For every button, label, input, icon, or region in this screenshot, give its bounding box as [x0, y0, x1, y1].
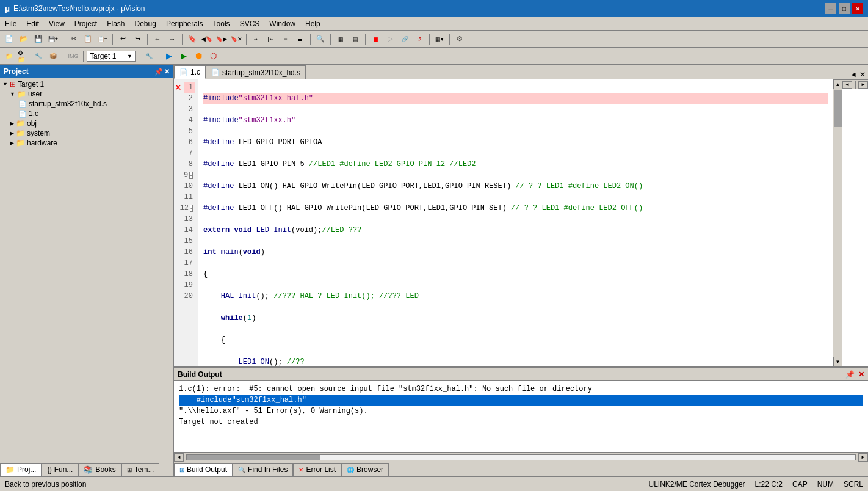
find-button[interactable]: 🔍: [314, 32, 327, 46]
tab-startup[interactable]: 📄 startup_stm32f10x_hd.s: [206, 65, 306, 79]
menu-file[interactable]: File: [0, 18, 21, 29]
format2-button[interactable]: ≣: [294, 32, 307, 46]
clear-bookmark-button[interactable]: 🔖✕: [230, 32, 243, 46]
menu-help[interactable]: Help: [300, 18, 325, 29]
build-hscrollbar[interactable]: ◄ ►: [174, 452, 868, 462]
new-file-button[interactable]: 📄: [2, 32, 16, 46]
menu-flash[interactable]: Flash: [102, 18, 129, 29]
minimize-button[interactable]: ─: [825, 3, 836, 14]
build-hscroll-thumb[interactable]: [187, 455, 320, 460]
project-btn[interactable]: 📁: [2, 49, 16, 63]
fold-12[interactable]: -: [190, 205, 193, 212]
tree-item-obj[interactable]: ▶ 📁 obj: [1, 118, 172, 128]
undo-button[interactable]: ↩: [116, 32, 129, 46]
nav-fwd-button[interactable]: →: [165, 32, 179, 46]
hscroll-track[interactable]: [855, 81, 856, 89]
scroll-down-arrow[interactable]: ▼: [833, 357, 843, 366]
code-hscrollbar[interactable]: ◄ ►: [842, 79, 868, 89]
tab-left-button[interactable]: ◄: [850, 70, 857, 79]
menu-peripherals[interactable]: Peripherals: [161, 18, 208, 29]
save-all-button[interactable]: 💾+: [46, 32, 60, 46]
folder-icon: 📁: [16, 119, 25, 128]
target-dropdown[interactable]: Target 1 ▼: [87, 51, 136, 62]
debug-run-button[interactable]: ▷: [383, 32, 397, 46]
debug-start-btn[interactable]: ▶: [162, 49, 176, 63]
settings-button[interactable]: ⚙: [453, 32, 466, 46]
bottom-tab-build[interactable]: ⊞ Build Output: [174, 463, 233, 476]
close-button[interactable]: ✕: [852, 3, 863, 14]
sidebar-tab-functions[interactable]: {} Fun...: [42, 463, 78, 476]
redo-button[interactable]: ↪: [131, 32, 144, 46]
bottom-tab-find[interactable]: 🔍 Find In Files: [233, 463, 293, 476]
open-file-button[interactable]: 📂: [17, 32, 31, 46]
cut-button[interactable]: ✂: [67, 32, 80, 46]
tab-1c[interactable]: 📄 1.c: [174, 65, 206, 79]
build-scroll-right[interactable]: ►: [858, 453, 868, 462]
paste-button[interactable]: 📋+: [96, 32, 109, 46]
sidebar-tab-books[interactable]: 📚 Books: [78, 463, 121, 476]
target-opts-btn[interactable]: ⚙📁: [17, 49, 31, 63]
tree-item-user[interactable]: ▼ 📁 user: [1, 89, 172, 99]
menu-tools[interactable]: Tools: [208, 18, 235, 29]
maximize-button[interactable]: □: [839, 3, 850, 14]
code-content[interactable]: #include"stm32f1xx_hal.h" #include"stm32…: [198, 79, 833, 366]
scroll-right-arrow[interactable]: ►: [858, 81, 868, 89]
bottom-tab-errors[interactable]: ✕ Error List: [293, 463, 341, 476]
copy-button[interactable]: 📋: [81, 32, 95, 46]
tab-right-button[interactable]: ✕: [859, 70, 866, 79]
tree-item-hardware[interactable]: ▶ 📁 hardware: [1, 138, 172, 148]
outdent-button[interactable]: |←: [264, 32, 278, 46]
debug-erase-btn[interactable]: ⬡: [206, 49, 220, 63]
component-btn[interactable]: 🔧: [32, 49, 45, 63]
debug-link-button[interactable]: 🔗: [398, 32, 411, 46]
tree-item-startup[interactable]: 📄 startup_stm32f10x_hd.s: [1, 99, 172, 109]
save-button[interactable]: 💾: [32, 32, 45, 46]
tree-item-1c[interactable]: 📄 1.c: [1, 109, 172, 118]
menu-project[interactable]: Project: [70, 18, 102, 29]
scroll-thumb[interactable]: [834, 90, 842, 127]
bookmark-next-button[interactable]: 🔖▶: [215, 32, 228, 46]
bottom-tabs-bar: ⊞ Build Output 🔍 Find In Files ✕ Error L…: [174, 462, 868, 476]
debug-reset-button[interactable]: ↺: [413, 32, 426, 46]
menu-view[interactable]: View: [44, 18, 70, 29]
code-vscrollbar[interactable]: ▲ ▼: [833, 79, 842, 366]
build-panel-pin[interactable]: 📌: [845, 370, 855, 379]
view2-button[interactable]: ▤: [349, 32, 362, 46]
build-output-content[interactable]: 1.c(1): error: #5: cannot open source in…: [174, 381, 868, 452]
build-line-2[interactable]: #include"stm32f1xx_hal.h": [179, 395, 863, 406]
pack-btn[interactable]: 📦: [46, 49, 60, 63]
format1-button[interactable]: ≡: [279, 32, 292, 46]
debug-flash-btn[interactable]: ⬢: [192, 49, 205, 63]
nav-back-button[interactable]: ←: [151, 32, 164, 46]
sidebar-close-button[interactable]: ✕: [164, 68, 170, 76]
tree-item-system[interactable]: ▶ 📁 system: [1, 128, 172, 138]
sidebar-pin-button[interactable]: 📌: [154, 68, 163, 76]
build-hscroll-track[interactable]: [186, 454, 856, 460]
build-scroll-left[interactable]: ◄: [174, 453, 184, 462]
build-manage-btn[interactable]: 🔧: [142, 49, 156, 63]
debug-target-btn[interactable]: ▶: [177, 49, 190, 63]
fold-9[interactable]: -: [189, 172, 193, 179]
scroll-left-arrow[interactable]: ◄: [842, 81, 852, 89]
build-panel-close[interactable]: ✕: [858, 370, 864, 379]
tree-item-target1[interactable]: ▼ ⊞ Target 1: [1, 79, 172, 89]
menu-debug[interactable]: Debug: [130, 18, 161, 29]
indent-button[interactable]: →|: [250, 32, 263, 46]
load-image-btn[interactable]: IMG: [67, 49, 80, 63]
line-numbers: 1 2 3 4 5 6 7 8 9 - 10 11 12 - 13 14 15 …: [174, 79, 198, 366]
line-num-9: 9 -: [184, 170, 195, 181]
bookmark-prev-button[interactable]: ◀🔖: [200, 32, 214, 46]
menu-svcs[interactable]: SVCS: [235, 18, 265, 29]
sidebar-tab-templates[interactable]: ⊞ Tem...: [121, 463, 160, 476]
bottom-tab-browser[interactable]: 🌐 Browser: [341, 463, 389, 476]
menu-window[interactable]: Window: [264, 18, 300, 29]
debug-stop-button[interactable]: ⏹: [369, 32, 382, 46]
options-button[interactable]: ▦▾: [433, 32, 446, 46]
bookmark-button[interactable]: 🔖: [186, 32, 199, 46]
scroll-up-arrow[interactable]: ▲: [833, 79, 843, 89]
status-back-label: Back to previous position: [5, 480, 86, 489]
view1-button[interactable]: ▦: [334, 32, 347, 46]
sidebar-tab-project[interactable]: 📁 Proj...: [0, 463, 42, 476]
menu-edit[interactable]: Edit: [21, 18, 44, 29]
code-editor[interactable]: ✕ 1 2 3 4 5 6 7 8 9 - 10 11 12 -: [174, 79, 868, 366]
